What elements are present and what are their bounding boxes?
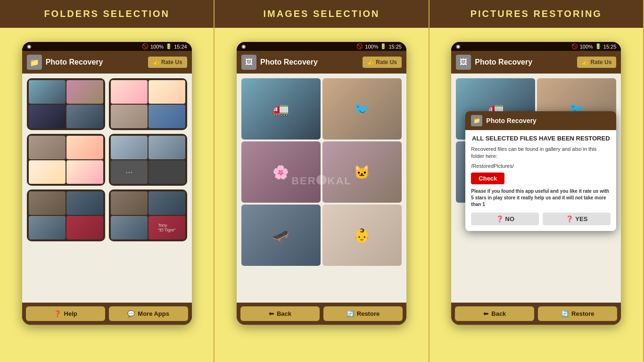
panel-restoring: PICTURES RESTORING ◉ 🚫 100% 🔋 15:25 🖼 Ph… — [429, 0, 644, 362]
folder-thumb-truckb — [29, 216, 66, 239]
dialog-body: Recovered files can be found in gallery … — [471, 146, 611, 160]
more-apps-button[interactable]: 💬 More Apps — [109, 306, 188, 321]
folder-cell-3[interactable] — [27, 134, 105, 186]
folder-cell-1[interactable] — [27, 78, 105, 130]
restore-dialog: 📁 Photo Recovery ALL SELECTED FILES HAVE… — [465, 111, 616, 231]
status-right-img: 🚫 100% 🔋 15:25 — [356, 43, 402, 49]
app-title-images: Photo Recovery — [260, 58, 359, 66]
dialog-header: 📁 Photo Recovery — [465, 111, 616, 130]
back-icon-images: ⬅ — [269, 310, 274, 317]
folder-thumb-baby2 — [149, 80, 185, 104]
folder-cell-6[interactable]: Tony"El Tigre" — [109, 189, 187, 241]
folder-thumb-person — [29, 191, 66, 215]
dialog-no-icon: ❓ — [496, 215, 504, 222]
image-cat[interactable]: 🐱 — [322, 141, 402, 203]
folders-content: ··· Tony"El Tigre" — [22, 74, 192, 303]
dialog-no-button[interactable]: ❓ NO — [471, 213, 539, 225]
time-rest: 15:25 — [603, 44, 617, 49]
bottom-bar-restoring: ⬅ Back 🔄 Restore — [451, 303, 621, 325]
image-skater[interactable]: 🛹 — [241, 205, 321, 266]
folder-thumb-shirt — [149, 105, 185, 128]
dialog-yes-button[interactable]: ❓ YES — [543, 213, 611, 225]
help-label: Help — [64, 310, 77, 317]
restoring-content: 🚛 🐦 🛹 👶 📁 Photo Recovery ALL SELECTED FI… — [451, 74, 621, 303]
app-title-restoring: Photo Recovery — [475, 58, 573, 66]
time-img: 15:25 — [388, 44, 402, 49]
panel-folders: FOLDERS SELECTION ◉ 🚫 100% 🔋 15:24 📁 Pho… — [0, 0, 215, 362]
image-bird[interactable]: 🐦 — [322, 78, 402, 140]
image-truck[interactable]: 🚛 — [241, 78, 321, 140]
restore-label-images: Restore — [357, 310, 380, 317]
folder-grid: ··· Tony"El Tigre" — [27, 78, 187, 241]
restore-label-restoring: Restore — [571, 310, 594, 317]
folder-cell-5[interactable] — [27, 189, 105, 241]
restore-button-restoring[interactable]: 🔄 Restore — [538, 306, 617, 321]
dialog-path: /RestoredPictures/ — [471, 163, 611, 169]
back-button-images[interactable]: ⬅ Back — [240, 306, 320, 321]
no-sim-icon-img: 🚫 — [356, 43, 363, 49]
bottom-bar-images: ⬅ Back 🔄 Restore — [237, 303, 406, 325]
folder-cell-2[interactable] — [109, 78, 187, 130]
battery-text: 100% — [150, 44, 164, 49]
rate-btn-restoring[interactable]: 👍 Rate Us — [577, 57, 616, 68]
rate-btn-images[interactable]: 👍 Rate Us — [363, 57, 402, 68]
folder-thumb-sand — [66, 80, 103, 104]
back-label-images: Back — [277, 310, 291, 317]
panel-images-header: IMAGES SELECTION — [215, 0, 428, 28]
app-bar-folders: 📁 Photo Recovery 👍 Rate Us — [22, 51, 192, 74]
status-bar-folders: ◉ 🚫 100% 🔋 15:24 — [22, 42, 192, 51]
folder-thumb-more: ··· — [111, 160, 148, 184]
app-icon-images: 🖼 — [241, 55, 256, 70]
folder-cell-4[interactable]: ··· — [109, 134, 187, 186]
restore-button-images[interactable]: 🔄 Restore — [323, 306, 403, 321]
battery-icon: 🔋 — [165, 43, 172, 49]
restore-icon-restoring: 🔄 — [561, 310, 569, 317]
status-icon-rest: ◉ — [456, 43, 461, 49]
dialog-note: Please if you found this app useful and … — [471, 188, 611, 208]
no-sim-icon: 🚫 — [142, 43, 149, 49]
dialog-header-title: Photo Recovery — [486, 117, 537, 124]
no-sim-icon-rest: 🚫 — [571, 43, 578, 49]
folder-thumb-sk2 — [149, 191, 185, 215]
battery-icon-img: 🔋 — [380, 43, 387, 49]
app-bar-images: 🖼 Photo Recovery 👍 Rate Us — [237, 51, 406, 74]
status-bar-restoring: ◉ 🚫 100% 🔋 15:25 — [451, 42, 621, 51]
folder-thumb-rt2: Tony"El Tigre" — [149, 216, 185, 239]
back-button-restoring[interactable]: ⬅ Back — [455, 306, 534, 321]
image-child[interactable]: 👶 — [322, 205, 402, 266]
folder-thumb-skate — [111, 136, 148, 159]
rate-btn-folders[interactable]: 👍 Rate Us — [148, 57, 187, 68]
folder-thumb-redt — [66, 216, 103, 239]
dialog-title: ALL SELECTED FILES HAVE BEEN RESTORED — [471, 135, 611, 142]
status-icon-img: ◉ — [241, 43, 246, 49]
folder-thumb-cat — [29, 136, 66, 159]
panel-images: IMAGES SELECTION ◉ 🚫 100% 🔋 15:25 🖼 Phot… — [215, 0, 429, 362]
back-icon-restoring: ⬅ — [483, 310, 488, 317]
folder-thumb-man — [29, 105, 66, 128]
dialog-actions: ❓ NO ❓ YES — [471, 213, 611, 225]
folder-thumb-tb2 — [111, 216, 148, 239]
time: 15:24 — [174, 44, 187, 49]
phone-frame-restoring: ◉ 🚫 100% 🔋 15:25 🖼 Photo Recovery 👍 Rate… — [451, 42, 621, 325]
dialog-yes-icon: ❓ — [566, 215, 573, 222]
folder-thumb-road — [66, 105, 103, 128]
image-flowers[interactable]: 🌸 — [241, 141, 321, 203]
status-right-rest: 🚫 100% 🔋 15:25 — [571, 43, 617, 49]
folder-thumb-skate2 — [149, 136, 185, 159]
folder-thumb-empty — [149, 160, 185, 184]
phone-frame-folders: ◉ 🚫 100% 🔋 15:24 📁 Photo Recovery 👍 Rate… — [22, 42, 192, 325]
images-content: 🚛 🐦 🌸 🐱 🛹 👶 — [237, 74, 406, 303]
folder-thumb-babyx — [66, 136, 103, 159]
panel-restoring-header: PICTURES RESTORING — [429, 0, 643, 28]
battery-text-rest: 100% — [580, 44, 593, 49]
restore-icon-images: 🔄 — [347, 310, 354, 317]
folder-thumb-llama — [111, 105, 148, 128]
battery-icon-rest: 🔋 — [595, 43, 602, 49]
help-button[interactable]: ❓ Help — [26, 306, 105, 321]
phone-frame-images: ◉ 🚫 100% 🔋 15:25 🖼 Photo Recovery 👍 Rate… — [237, 42, 406, 325]
app-title-folders: Photo Recovery — [46, 58, 144, 66]
folder-thumb-baby1 — [111, 80, 148, 104]
help-icon: ❓ — [54, 310, 61, 317]
check-button[interactable]: Check — [471, 173, 504, 184]
status-icon: ◉ — [27, 43, 32, 49]
